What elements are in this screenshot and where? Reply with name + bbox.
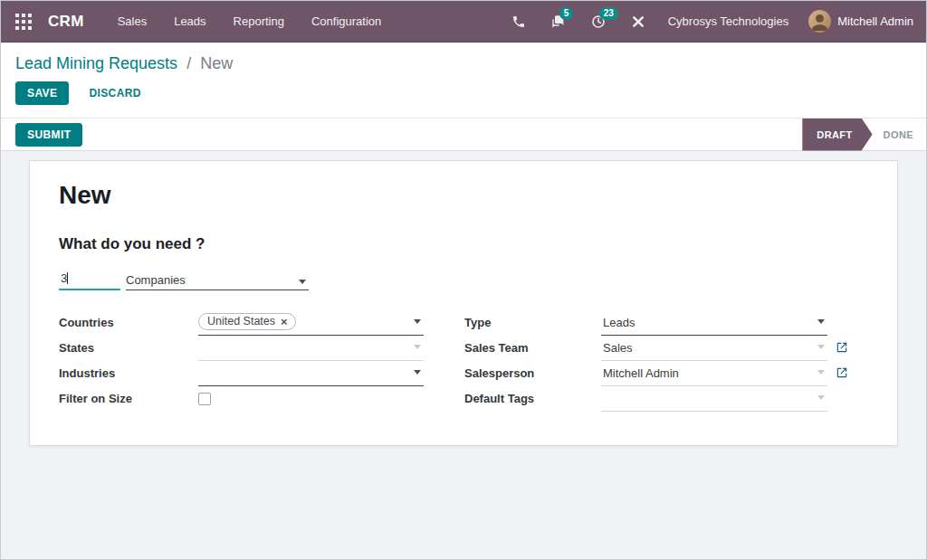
text-cursor <box>67 272 68 284</box>
status-done[interactable]: DONE <box>873 129 926 140</box>
lead-count-value: 3 <box>61 271 67 285</box>
lead-count-input[interactable]: 3 <box>59 271 120 290</box>
chevron-down-icon <box>817 319 825 324</box>
form-sheet: New What do you need ? 3 Companies Count… <box>29 160 898 446</box>
content-area: New What do you need ? 3 Companies Count… <box>1 151 926 559</box>
salesperson-input[interactable]: Mitchell Admin <box>601 362 827 386</box>
user-avatar[interactable] <box>808 10 831 33</box>
chevron-down-icon <box>817 345 825 349</box>
breadcrumb: Lead Mining Requests / New <box>15 54 926 73</box>
save-button[interactable]: SAVE <box>15 81 69 105</box>
activities-badge: 23 <box>599 7 618 20</box>
top-navbar: CRM Sales Leads Reporting Configuration … <box>1 1 926 43</box>
company-switcher[interactable]: Cybrosys Technologies <box>668 14 788 28</box>
sales-team-label: Sales Team <box>464 341 529 355</box>
status-steps: DRAFT DONE <box>802 119 926 151</box>
user-menu[interactable]: Mitchell Admin <box>837 14 913 28</box>
apps-grid-icon[interactable] <box>15 14 32 30</box>
phone-icon[interactable] <box>511 14 527 30</box>
target-type-value: Companies <box>126 273 186 287</box>
menu-leads[interactable]: Leads <box>172 9 207 33</box>
discard-button[interactable]: DISCARD <box>89 87 140 100</box>
control-panel: Lead Mining Requests / New SAVE DISCARD <box>1 43 926 119</box>
chevron-down-icon <box>817 370 825 375</box>
field-row-type: Type Leads <box>30 311 897 337</box>
salesperson-label: Salesperson <box>464 366 534 380</box>
tools-icon[interactable] <box>630 14 646 30</box>
form-question: What do you need ? <box>59 235 205 253</box>
breadcrumb-current: New <box>200 54 233 72</box>
type-select[interactable]: Leads <box>601 311 827 336</box>
menu-sales[interactable]: Sales <box>116 9 149 33</box>
messages-badge: 5 <box>559 7 574 20</box>
sales-team-value: Sales <box>603 341 633 355</box>
crm-app-window: CRM Sales Leads Reporting Configuration … <box>0 0 927 560</box>
status-draft[interactable]: DRAFT <box>802 119 872 151</box>
submit-button[interactable]: SUBMIT <box>15 123 82 147</box>
salesperson-external-link-icon[interactable] <box>836 366 848 379</box>
type-label: Type <box>464 316 491 329</box>
form-statusbar: SUBMIT DRAFT DONE <box>1 119 926 151</box>
app-name[interactable]: CRM <box>48 13 84 31</box>
default-tags-input[interactable] <box>601 387 827 412</box>
breadcrumb-parent-link[interactable]: Lead Mining Requests <box>15 54 177 72</box>
sales-team-external-link-icon[interactable] <box>836 341 848 354</box>
sales-team-input[interactable]: Sales <box>601 337 827 361</box>
chevron-down-icon <box>817 395 825 400</box>
type-value: Leads <box>603 316 635 329</box>
target-type-select[interactable]: Companies <box>126 271 309 290</box>
chevron-down-icon <box>299 280 306 284</box>
messages-icon[interactable]: 5 <box>550 14 567 30</box>
field-row-sales-team: Sales Team Sales <box>30 337 897 362</box>
breadcrumb-separator: / <box>186 54 191 72</box>
field-row-default-tags: Default Tags <box>30 387 897 413</box>
record-title: New <box>59 181 111 210</box>
menu-configuration[interactable]: Configuration <box>310 9 383 33</box>
main-menu: Sales Leads Reporting Configuration <box>116 9 384 33</box>
activities-clock-icon[interactable]: 23 <box>590 14 607 30</box>
menu-reporting[interactable]: Reporting <box>232 9 286 33</box>
salesperson-value: Mitchell Admin <box>603 366 679 380</box>
field-row-salesperson: Salesperson Mitchell Admin <box>30 362 897 387</box>
default-tags-label: Default Tags <box>464 392 534 405</box>
